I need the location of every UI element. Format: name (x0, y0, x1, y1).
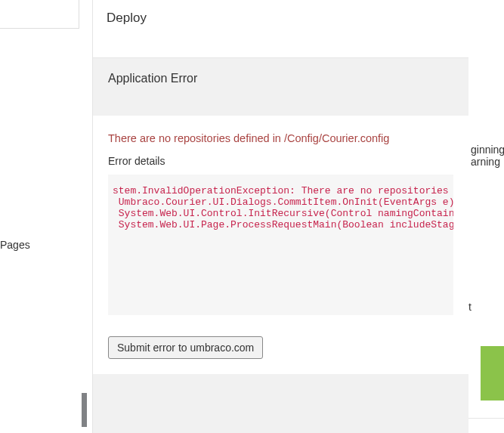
sidebar-item-pages[interactable]: Pages (0, 239, 76, 251)
page-title: Deploy (107, 11, 455, 26)
main-panel: Deploy Application Error There are no re… (92, 0, 468, 433)
error-details-label: Error details (108, 155, 453, 167)
cropped-text-fragment-2: t (468, 301, 472, 313)
error-content: There are no repositories defined in /Co… (93, 116, 468, 323)
cropped-divider (468, 418, 504, 419)
panel-header: Deploy (93, 0, 468, 58)
error-heading: Application Error (108, 72, 453, 85)
stacktrace-text: stem.InvalidOperationException: There ar… (110, 176, 453, 314)
stacktrace-container[interactable]: stem.InvalidOperationException: There ar… (108, 175, 453, 315)
resize-handle[interactable] (82, 393, 87, 427)
cropped-text-fragment: ginning arning (471, 144, 504, 168)
panel-subheader: Application Error (93, 58, 468, 116)
submit-error-button[interactable]: Submit error to umbraco.com (108, 336, 263, 359)
sidebar-search-box[interactable] (0, 0, 79, 29)
cropped-green-button[interactable] (481, 346, 504, 401)
action-row: Submit error to umbraco.com (93, 323, 468, 374)
left-sidebar: Pages (0, 0, 87, 433)
error-title: There are no repositories defined in /Co… (108, 132, 453, 144)
